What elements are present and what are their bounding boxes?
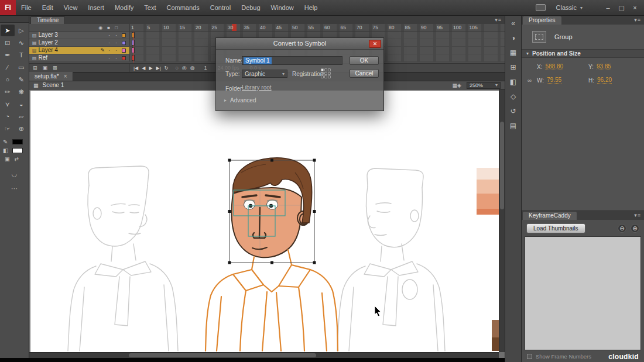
symbol-name-input[interactable]: Symbol 1	[242, 56, 342, 65]
options-icon[interactable]: ⋯	[11, 185, 18, 192]
registration-point[interactable]	[324, 68, 327, 71]
selection-tool[interactable]: ➤	[1, 25, 15, 36]
deco-tool[interactable]: ❋	[15, 86, 29, 98]
layer-outline-color[interactable]	[122, 41, 126, 45]
frame-number[interactable]: 15	[180, 24, 196, 31]
frame-number[interactable]: 35	[244, 24, 261, 31]
keyframe-cell[interactable]	[132, 32, 135, 38]
paint-bucket-tool[interactable]: ◒	[15, 98, 29, 110]
swatches-panel-icon[interactable]: ▦	[510, 49, 516, 57]
frame-ruler[interactable]: 1510152025303540455055606570758085909510…	[130, 24, 505, 31]
dialog-title-bar[interactable]: Convert to Symbol ✕	[216, 38, 383, 50]
menu-item[interactable]: Debug	[236, 0, 265, 15]
menu-item[interactable]: Window	[266, 0, 299, 15]
position-size-section-header[interactable]: ▾ Position and Size	[522, 49, 644, 58]
close-button[interactable]: ×	[628, 0, 642, 15]
layer-lock-dot[interactable]: ·	[114, 54, 119, 61]
frame-number[interactable]: 40	[260, 24, 276, 31]
frame-number[interactable]: 50	[292, 24, 309, 31]
horizontal-scroll-thumb[interactable]	[129, 353, 316, 357]
registration-point[interactable]	[324, 72, 327, 75]
menu-item[interactable]: View	[59, 0, 83, 15]
constrain-link-icon[interactable]: ∞	[527, 77, 537, 84]
screen-mode-icon[interactable]	[536, 4, 546, 11]
frame-number[interactable]: 45	[276, 24, 293, 31]
layer-lock-dot[interactable]: ·	[114, 39, 119, 46]
stroke-color-swatch[interactable]	[12, 139, 23, 144]
menu-item[interactable]: Control	[205, 0, 236, 15]
text-tool[interactable]: T	[15, 49, 29, 61]
align-panel-icon[interactable]: ⊞	[510, 63, 516, 71]
bone-tool[interactable]: ⋎	[1, 98, 15, 110]
frame-number[interactable]: 10	[163, 24, 180, 31]
free-transform-tool[interactable]: ⊡	[1, 37, 15, 49]
timeline-tab[interactable]: Timeline	[30, 16, 65, 24]
h-value[interactable]: 96.20	[597, 77, 612, 84]
advanced-toggle[interactable]: ▸ Advanced	[224, 97, 256, 104]
document-tab[interactable]: setup.fla* ×	[29, 72, 73, 81]
keyframe-cell[interactable]	[132, 47, 135, 53]
main-character[interactable]	[205, 158, 338, 351]
layer-visibility-dot[interactable]: ·	[107, 32, 112, 39]
menu-item[interactable]: Edit	[37, 0, 59, 15]
thumbnails-area[interactable]	[525, 236, 641, 350]
delete-layer-button[interactable]: ⊠	[53, 65, 57, 71]
onion-outlines-icon[interactable]: ◎	[182, 65, 187, 71]
snap-option-icon[interactable]: ◡	[12, 170, 18, 178]
registration-point[interactable]	[324, 75, 327, 78]
registration-point[interactable]	[328, 68, 331, 71]
ok-button[interactable]: OK	[350, 56, 379, 65]
new-folder-button[interactable]: ▣	[43, 65, 48, 71]
frame-number[interactable]: 70	[357, 24, 373, 31]
zoom-in-icon[interactable]: ⊕	[631, 224, 639, 233]
layer-visibility-dot[interactable]: ·	[107, 54, 112, 61]
loop-button[interactable]: ↻	[165, 65, 169, 71]
menu-item[interactable]: Text	[139, 0, 161, 15]
onion-skin-icon[interactable]: ◌	[175, 65, 178, 71]
app-logo[interactable]: Fl	[0, 0, 16, 15]
sketch-character-left[interactable]	[68, 166, 178, 351]
frame-number[interactable]: 20	[196, 24, 212, 31]
registration-point[interactable]	[321, 75, 324, 78]
next-frame-button[interactable]: ▶|	[156, 65, 161, 71]
layer-lock-dot[interactable]: ·	[114, 47, 119, 54]
keyframe-cell[interactable]	[132, 55, 135, 61]
w-value[interactable]: 79.55	[547, 77, 561, 84]
close-tab-icon[interactable]: ×	[64, 73, 67, 80]
play-button[interactable]: ▶	[149, 65, 152, 71]
show-frame-numbers-checkbox[interactable]	[527, 354, 532, 359]
vertical-scroll-thumb[interactable]	[500, 122, 504, 209]
outline-column-icon[interactable]: □	[115, 25, 118, 30]
menu-item[interactable]: File	[16, 0, 37, 15]
color-panel-icon[interactable]: ◑	[511, 34, 515, 42]
horizontal-scrollbar[interactable]	[29, 352, 499, 358]
menu-item[interactable]: Insert	[83, 0, 109, 15]
frame-number[interactable]: 1	[131, 24, 148, 31]
prev-frame-button[interactable]: ◀	[142, 65, 145, 71]
pencil-tool[interactable]: ✎	[15, 74, 29, 85]
cancel-button[interactable]: Cancel	[350, 69, 379, 78]
transform-panel-icon[interactable]: ◇	[511, 92, 516, 101]
keyframe-cell[interactable]	[132, 40, 135, 46]
x-value[interactable]: 588.80	[545, 63, 563, 70]
registration-point[interactable]	[321, 68, 324, 71]
history-panel-icon[interactable]: ↺	[510, 107, 516, 115]
library-panel-icon[interactable]: ▤	[510, 122, 516, 130]
brush-tool[interactable]: ✏	[1, 86, 15, 98]
frame-number[interactable]: 75	[373, 24, 389, 31]
symbol-type-select[interactable]: Graphic ▾	[242, 70, 287, 78]
scene-breadcrumb[interactable]: Scene 1	[43, 82, 64, 88]
oval-tool[interactable]: ○	[1, 74, 15, 85]
visibility-column-icon[interactable]: ◉	[98, 25, 102, 30]
frame-number[interactable]: 55	[309, 24, 325, 31]
frame-number[interactable]: 85	[405, 24, 422, 31]
line-tool[interactable]: ∕	[1, 61, 15, 73]
new-layer-button[interactable]: ⊞	[33, 65, 37, 71]
eyedropper-tool[interactable]: ◔	[1, 111, 15, 122]
info-panel-icon[interactable]: ◧	[510, 78, 516, 86]
workspace-switcher[interactable]: Classic ▾	[553, 3, 586, 12]
frame-number[interactable]: 5	[148, 24, 164, 31]
frame-number[interactable]: 80	[389, 24, 405, 31]
panel-menu-icon[interactable]: ▾≡	[495, 17, 502, 23]
zoom-out-icon[interactable]: ⊖	[618, 224, 626, 233]
